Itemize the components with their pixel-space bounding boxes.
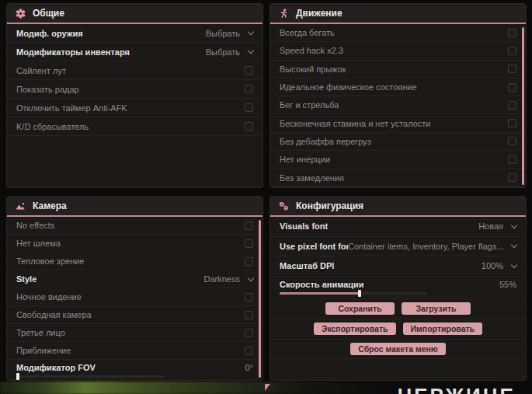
zoom-checkbox[interactable] (245, 347, 253, 355)
pixel-font-dropdown[interactable]: Container items, Inventory, Player flags… (348, 242, 516, 251)
night-vision-checkbox[interactable] (245, 293, 253, 302)
dropdown-value: 100% (482, 261, 503, 270)
row-kd-reset[interactable]: K/D сбрасыватель (7, 117, 263, 136)
row-visuals-font: Visuals font Новая (270, 217, 526, 237)
chevron-down-icon (511, 262, 517, 268)
panel-movement: Движение Всегда бегать Speed hack x2.3 В… (269, 3, 527, 188)
row-always-run[interactable]: Всегда бегать (270, 24, 526, 42)
panel-header-movement: Движение (270, 4, 526, 24)
load-button[interactable]: Загрузить (402, 302, 471, 315)
row-label: Приближение (16, 346, 71, 355)
row-free-camera[interactable]: Свободная камера (7, 306, 263, 324)
no-helmet-checkbox[interactable] (245, 239, 253, 248)
infinite-stamina-checkbox[interactable] (508, 119, 516, 127)
animation-speed-value: 55% (499, 280, 516, 289)
row-show-radar[interactable]: Показать радар (7, 80, 263, 99)
chevron-down-icon (248, 29, 254, 35)
row-infinite-stamina[interactable]: Бесконечная стамина и нет усталости (270, 114, 526, 132)
inventory-mods-dropdown[interactable]: Выбрать (206, 47, 253, 57)
import-button[interactable]: Импортировать (403, 323, 483, 335)
row-no-slowdown[interactable]: Без замедления (270, 169, 526, 187)
panel-camera: Камера No effects Нет шлема Тепловое зре… (6, 196, 263, 381)
photo-mountains-icon (16, 201, 26, 211)
thermal-vision-checkbox[interactable] (245, 257, 253, 266)
row-label: Нет инерции (280, 155, 330, 164)
third-person-checkbox[interactable] (245, 329, 253, 337)
run-and-shoot-checkbox[interactable] (508, 101, 516, 110)
panel-config: Конфигурация Visuals font Новая Use pixe… (269, 196, 527, 381)
row-no-inertia[interactable]: Нет инерции (270, 151, 526, 169)
panel-header-camera: Камера (7, 197, 263, 217)
config-empty-area (270, 359, 526, 378)
dpi-scale-dropdown[interactable]: 100% (482, 261, 516, 270)
row-label: Тепловое зрение (16, 256, 84, 266)
row-night-vision[interactable]: Ночное видение (7, 288, 263, 306)
weapon-mods-dropdown[interactable]: Выбрать (206, 29, 253, 38)
no-effects-checkbox[interactable] (245, 221, 253, 230)
perfect-condition-checkbox[interactable] (508, 83, 516, 92)
camera-scrollbar[interactable] (259, 220, 261, 378)
row-zoom[interactable]: Приближение (7, 342, 263, 360)
anti-afk-checkbox[interactable] (245, 103, 253, 112)
row-dpi-scale: Масштаб DPI 100% (270, 256, 526, 277)
flower-gear-icon (16, 9, 26, 19)
row-label: Use pixel font for (280, 242, 348, 251)
kd-reset-checkbox[interactable] (245, 122, 253, 131)
dropdown-value: Новая (478, 221, 503, 231)
chevron-down-icon (511, 222, 517, 228)
row-fov-modifier: Модификатор FOV 0° (7, 360, 263, 381)
gears-icon (279, 201, 289, 211)
movement-scrollbar[interactable] (522, 27, 524, 185)
dropdown-value: Container items, Inventory, Player flags… (348, 242, 503, 251)
no-inertia-checkbox[interactable] (508, 155, 516, 164)
speed-hack-checkbox[interactable] (508, 47, 516, 55)
high-jump-checkbox[interactable] (508, 65, 516, 73)
map-marker-artifact (265, 384, 270, 391)
export-import-row: Экспортировать Импортировать (270, 319, 526, 340)
style-dropdown[interactable]: Darkness (204, 274, 253, 284)
row-style: Style Darkness (7, 270, 263, 288)
row-label: Модиф. оружия (16, 29, 83, 38)
row-run-and-shoot[interactable]: Бег и стрельба (270, 96, 526, 114)
row-label: No effects (16, 221, 54, 230)
free-camera-checkbox[interactable] (245, 311, 253, 319)
export-button[interactable]: Экспортировать (314, 323, 396, 335)
panel-title: Камера (33, 200, 67, 211)
save-load-row: Сохранить Загрузить (270, 299, 526, 319)
row-label: Свободная камера (16, 310, 92, 319)
row-thermal-vision[interactable]: Тепловое зрение (7, 253, 263, 270)
row-perfect-condition[interactable]: Идеальное физическое состояние (270, 78, 526, 96)
animation-speed-slider[interactable] (280, 292, 427, 295)
fov-slider-handle[interactable] (16, 373, 19, 380)
row-anti-afk[interactable]: Отключить таймер Anti-AFK (7, 99, 263, 117)
silent-loot-checkbox[interactable] (245, 66, 253, 75)
panel-header-general: Общие (7, 4, 263, 24)
show-radar-checkbox[interactable] (245, 85, 253, 93)
chevron-down-icon (248, 47, 254, 54)
reset-menu-layout-button[interactable]: Сброс макета меню (350, 343, 446, 355)
dropdown-value: Выбрать (206, 47, 240, 57)
row-no-overload-debuff[interactable]: Без дебаффа перегруз (270, 133, 526, 151)
row-third-person[interactable]: Третье лицо (7, 324, 263, 342)
visuals-font-dropdown[interactable]: Новая (478, 221, 516, 231)
dropdown-value: Выбрать (206, 29, 240, 38)
fov-slider[interactable] (16, 375, 164, 378)
background-location-text: ЧЕРЖИНЕ (398, 384, 516, 394)
save-button[interactable]: Сохранить (325, 302, 395, 315)
row-silent-loot[interactable]: Сайлент лут (7, 61, 263, 80)
row-label: Без дебаффа перегруз (280, 137, 371, 146)
row-label: Третье лицо (16, 328, 65, 337)
row-label: Speed hack x2.3 (280, 46, 343, 55)
row-pixel-font: Use pixel font for Container items, Inve… (270, 237, 526, 257)
no-slowdown-checkbox[interactable] (508, 173, 516, 182)
no-overload-debuff-checkbox[interactable] (508, 137, 516, 145)
row-speed-hack[interactable]: Speed hack x2.3 (270, 42, 526, 60)
row-no-effects[interactable]: No effects (7, 217, 263, 235)
always-run-checkbox[interactable] (508, 29, 516, 37)
row-high-jump[interactable]: Высокий прыжок (270, 61, 526, 78)
row-label: Visuals font (280, 221, 328, 231)
row-label: Всегда бегать (280, 28, 335, 37)
panel-header-config: Конфигурация (270, 197, 526, 217)
row-no-helmet[interactable]: Нет шлема (7, 235, 263, 253)
animation-speed-slider-handle[interactable] (358, 290, 361, 297)
